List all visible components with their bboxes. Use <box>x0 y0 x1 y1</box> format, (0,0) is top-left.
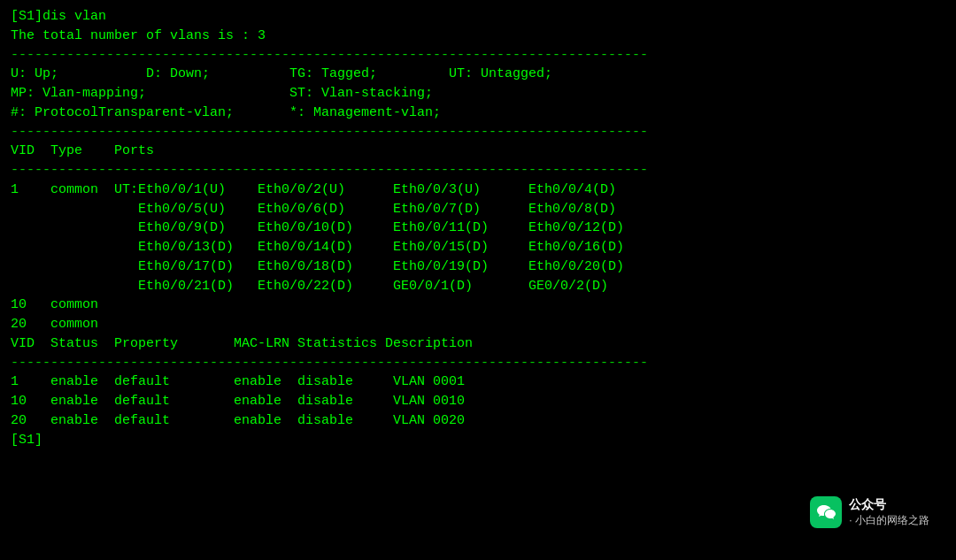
watermark: 公众号 · 小白的网络之路 <box>801 491 938 533</box>
terminal-line: 20 common <box>11 315 945 334</box>
terminal-line: ----------------------------------------… <box>11 161 945 180</box>
terminal-line: VID Status Property MAC-LRN Statistics D… <box>11 334 945 354</box>
terminal-line: Eth0/0/17(D) Eth0/0/18(D) Eth0/0/19(D) E… <box>11 257 945 277</box>
terminal-line: ----------------------------------------… <box>11 354 945 373</box>
terminal-line: 20 enable default enable disable VLAN 00… <box>11 411 945 431</box>
terminal-line: The total number of vlans is : 3 <box>11 27 945 46</box>
terminal-line: 1 common UT:Eth0/0/1(U) Eth0/0/2(U) Eth0… <box>11 180 945 200</box>
terminal-line: Eth0/0/5(U) Eth0/0/6(D) Eth0/0/7(D) Eth0… <box>11 200 945 219</box>
terminal-line: Eth0/0/13(D) Eth0/0/14(D) Eth0/0/15(D) E… <box>11 238 945 257</box>
terminal-line: 10 enable default enable disable VLAN 00… <box>11 392 945 411</box>
terminal-line: [S1] <box>11 431 945 450</box>
watermark-main: 公众号 <box>849 497 929 513</box>
terminal-window: [S1]dis vlanThe total number of vlans is… <box>0 0 956 560</box>
watermark-text: 公众号 · 小白的网络之路 <box>849 497 929 528</box>
terminal-line: U: Up; D: Down; TG: Tagged; UT: Untagged… <box>11 65 945 84</box>
terminal-line: Eth0/0/9(D) Eth0/0/10(D) Eth0/0/11(D) Et… <box>11 219 945 238</box>
terminal-line: ----------------------------------------… <box>11 46 945 65</box>
terminal-line: MP: Vlan-mapping; ST: Vlan-stacking; <box>11 84 945 104</box>
terminal-line: 10 common <box>11 295 945 315</box>
terminal-line: 1 enable default enable disable VLAN 000… <box>11 372 945 392</box>
terminal-line: [S1]dis vlan <box>11 7 945 27</box>
watermark-sub: · 小白的网络之路 <box>849 513 929 528</box>
watermark-icon <box>810 496 842 528</box>
terminal-line: ----------------------------------------… <box>11 123 945 142</box>
terminal-line: #: ProtocolTransparent-vlan; *: Manageme… <box>11 104 945 123</box>
terminal-line: Eth0/0/21(D) Eth0/0/22(D) GE0/0/1(D) GE0… <box>11 277 945 296</box>
terminal-content: [S1]dis vlanThe total number of vlans is… <box>11 7 945 449</box>
terminal-line: VID Type Ports <box>11 142 945 161</box>
